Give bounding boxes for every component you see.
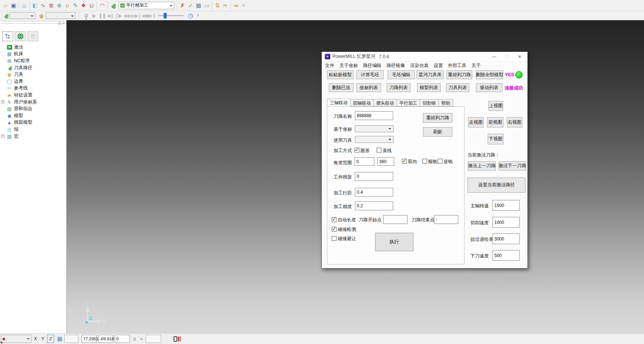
clock-icon[interactable]: ◷	[186, 11, 195, 20]
tool-list-button[interactable]: 刀具列表	[446, 83, 469, 92]
tree-item-boundary[interactable]: ◯ 边界	[0, 78, 66, 85]
tab-4axis[interactable]: 四轴联动	[351, 99, 374, 106]
locate-icon[interactable]: ⌖	[139, 335, 145, 343]
toolpath-name-input[interactable]	[355, 111, 393, 120]
tool-swap-icon[interactable]: ⇅	[213, 1, 221, 10]
use-tool-combobox[interactable]	[355, 136, 394, 143]
play-icon[interactable]: ▶	[90, 11, 98, 20]
spindle-speed-input[interactable]	[492, 200, 520, 211]
clamp-icon[interactable]: ∪	[63, 1, 71, 10]
pause-icon[interactable]: ❚❚	[98, 11, 106, 20]
tree-item-tools[interactable]: ψ 刀具	[0, 71, 66, 78]
climb-mill-checkbox[interactable]	[422, 159, 427, 164]
expand-toggle[interactable]: +	[1, 100, 4, 103]
tree-item-user-coordinate-system[interactable]: + ✎ 用户坐标系	[0, 99, 66, 106]
tree-item-nc-program[interactable]: ⊞ NC程序	[0, 57, 66, 64]
tab-explorer-tree[interactable]	[2, 31, 13, 41]
based-coord-combobox[interactable]	[355, 125, 394, 132]
set-active-path-button[interactable]: 设置当前激活路径	[467, 178, 526, 193]
drive-list-button[interactable]: 驱动列表	[476, 83, 502, 92]
tab-recycle-bin[interactable]	[27, 31, 38, 41]
strategy-combobox[interactable]: 平行精加工	[118, 2, 174, 9]
execute-button[interactable]: 执行	[375, 233, 413, 251]
tab-3axis[interactable]: 三轴联动	[327, 99, 351, 107]
linear-checkbox[interactable]	[377, 148, 381, 152]
menu-render-sim[interactable]: 渲染仿真	[410, 63, 428, 69]
rewind-icon[interactable]: ◀◀	[122, 11, 131, 20]
slider-knob[interactable]	[164, 13, 167, 18]
save-icon[interactable]: ▣	[10, 1, 18, 10]
start-point-input[interactable]	[383, 215, 408, 224]
tool-delete-icon[interactable]: ✗	[178, 1, 186, 10]
tree-item-activate[interactable]: ≫ 激活	[0, 44, 66, 51]
tool-combobox[interactable]	[46, 12, 76, 19]
tree-item-toolpath[interactable]: 刀具路径	[0, 64, 66, 71]
bidirectional-checkbox[interactable]	[402, 159, 407, 164]
axis-y-button[interactable]: Y	[40, 335, 46, 343]
toolpath-combobox[interactable]	[10, 12, 35, 19]
print-icon[interactable]: ♨	[20, 1, 28, 10]
expand-toggle[interactable]: +	[1, 134, 4, 138]
menu-about[interactable]: 关于	[472, 63, 481, 69]
left-view-button[interactable]: 左视图	[468, 117, 484, 127]
panel-drag-handle[interactable]	[1, 23, 65, 24]
tab-parallel[interactable]: 平行加工	[397, 99, 420, 106]
collision-arc-icon[interactable]: ◠	[98, 1, 106, 10]
tree-item-reference-line[interactable]: ✄ 参考线	[0, 85, 66, 92]
axis-z-button[interactable]: Z	[47, 335, 54, 343]
maximize-icon[interactable]: ☐	[505, 54, 509, 59]
menu-file[interactable]: 文件	[325, 63, 334, 69]
toolpath-connections-icon[interactable]: ∿	[39, 1, 47, 10]
lightbulb-icon[interactable]	[82, 11, 90, 20]
stock-allowance-input[interactable]	[355, 172, 393, 181]
tree-item-machine-tool[interactable]: ▦ 机床	[0, 51, 66, 58]
pattern-icon[interactable]: ❖	[79, 1, 88, 10]
step-back-icon[interactable]: ◀❙	[106, 11, 114, 20]
activate-prev-toolpath-button[interactable]: 激活上一刀路	[468, 161, 496, 171]
stepover-input[interactable]	[355, 188, 393, 197]
calculator-icon[interactable]: ▦	[195, 1, 203, 10]
model-list-button[interactable]: 模型列表	[417, 83, 441, 92]
menu-settings[interactable]: 设置	[434, 63, 443, 69]
ruler-icon[interactable]: ▭	[203, 1, 211, 10]
block-icon[interactable]: ◧	[31, 1, 39, 10]
close-icon[interactable]: ✕	[518, 54, 522, 59]
panel-float-icon[interactable]: ⊡	[58, 21, 61, 25]
toolbar-close-icon[interactable]: ×	[195, 11, 201, 20]
bottom-view-button[interactable]: 下视图	[488, 134, 504, 144]
minimize-icon[interactable]: —	[492, 54, 496, 59]
toolbar-close-icon[interactable]: ×	[240, 1, 247, 10]
menu-path-mirror[interactable]: 路径镜像	[387, 63, 405, 69]
tab-cutting-saw[interactable]: 切割锯	[420, 99, 439, 106]
menu-path-edit[interactable]: 路径编辑	[363, 63, 381, 69]
end-point-input[interactable]	[434, 215, 458, 224]
tab-help[interactable]: 帮助	[439, 99, 453, 106]
tab-swivel-head[interactable]: 摆头联动	[374, 99, 397, 106]
tree-item-macro[interactable]: + ▤ 宏	[0, 133, 66, 140]
ball-tool-icon[interactable]: ⊕	[55, 1, 63, 10]
coord-list-button[interactable]: 坐标列表	[356, 83, 381, 92]
toolpath-spiral-icon[interactable]	[109, 1, 117, 10]
collision-avoid-checkbox[interactable]	[332, 236, 337, 241]
auto-length-checkbox[interactable]	[332, 217, 337, 222]
delete-selected-button[interactable]: 删除已选	[329, 83, 353, 92]
tolerance-input[interactable]	[355, 201, 393, 210]
plunge-feed-input[interactable]	[492, 250, 520, 261]
tree-item-feature-set[interactable]: ▰ 特征设置	[0, 92, 66, 99]
right-view-button[interactable]: 右视图	[507, 117, 522, 127]
tolerance-field[interactable]	[146, 335, 161, 343]
tab-world-view[interactable]	[15, 31, 26, 41]
binoculars-icon[interactable]: ∞	[232, 1, 240, 10]
menu-coordinates[interactable]: 关于坐标	[339, 63, 358, 69]
tool-holder-icon[interactable]: ⊔	[88, 1, 96, 10]
skim-feed-input[interactable]	[492, 234, 520, 244]
corner-grip[interactable]	[1, 341, 3, 343]
collision-check-checkbox[interactable]	[332, 227, 337, 232]
open-file-icon[interactable]: ▱	[1, 1, 10, 10]
compute-stock-button[interactable]: 计算毛坯	[356, 70, 384, 79]
activate-next-toolpath-button[interactable]: 激活下一刀路	[499, 161, 526, 171]
list-options-icon[interactable]: ≣	[132, 335, 138, 343]
xinghe-tool-library-button[interactable]: 星河刀具库	[417, 70, 444, 79]
paste-new-model-button[interactable]: 粘贴新模型	[327, 70, 353, 79]
edit-path-icon[interactable]: ✎	[71, 1, 79, 10]
